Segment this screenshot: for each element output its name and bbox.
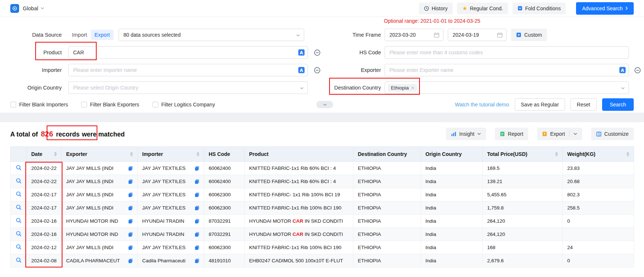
copy-icon[interactable] (128, 166, 133, 171)
translate-icon[interactable]: A (298, 67, 305, 74)
customize-button[interactable]: Customize (591, 128, 634, 140)
copy-icon[interactable] (195, 258, 199, 263)
table-header-row: Date Exporter Importer HS Code Product D… (11, 147, 634, 162)
chevron-right-icon (625, 6, 628, 10)
col-header-exporter[interactable]: Exporter (62, 147, 138, 162)
magnifier-icon[interactable] (16, 165, 22, 171)
import-toggle[interactable]: Import (68, 30, 91, 40)
chevron-down-icon[interactable] (573, 133, 577, 135)
time-frame-start-input[interactable]: 2023-03-20 (385, 29, 443, 41)
data-source-select[interactable]: 80 data sources selected (119, 29, 304, 41)
row-detail-cell (11, 175, 27, 188)
destination-country-select[interactable]: Ethiopia × (385, 81, 629, 94)
export-button[interactable]: Export (537, 128, 582, 140)
customize-label: Customize (604, 131, 629, 137)
sort-icons[interactable] (555, 152, 558, 156)
tag-close-icon[interactable]: × (411, 85, 414, 91)
filter-logistics-company-checkbox[interactable] (152, 102, 158, 107)
search-button[interactable]: Search (602, 98, 634, 111)
filter-blank-importers-checkbox[interactable] (10, 102, 16, 107)
sort-icons[interactable] (54, 152, 57, 156)
total-price-cell: 264,120 (483, 215, 563, 228)
fold-conditions-button[interactable]: Fold Conditions (512, 3, 566, 14)
magnifier-icon[interactable] (16, 191, 22, 197)
chevron-down-icon[interactable] (40, 7, 44, 10)
destination-country-label: Destination Country (323, 85, 381, 91)
region-selector-label[interactable]: Global (23, 6, 38, 11)
product-input[interactable] (68, 46, 308, 59)
filter-logistics-company[interactable]: Filter Logitics Company (152, 102, 215, 107)
custom-range-button[interactable]: Custom (511, 29, 547, 41)
exclude-circle-icon[interactable] (314, 49, 321, 56)
sort-icons[interactable] (626, 152, 629, 156)
translate-icon[interactable]: A (619, 67, 626, 74)
exporter-label: Exporter (323, 67, 381, 73)
copy-icon[interactable] (128, 245, 133, 250)
copy-icon[interactable] (195, 245, 199, 250)
time-frame-end-input[interactable]: 2024-03-19 (448, 29, 507, 41)
product-cell: KNITTED FABRIC-1x1 Rib 60% BCI : 4 (245, 162, 353, 175)
magnifier-icon[interactable] (16, 231, 22, 237)
regular-cond-button[interactable]: ★ Regular Cond. (457, 3, 508, 14)
section-divider (0, 113, 644, 122)
magnifier-icon[interactable] (16, 178, 22, 184)
copy-icon[interactable] (128, 179, 133, 184)
exclude-circle-icon[interactable] (634, 67, 641, 74)
exporter-input[interactable] (385, 64, 629, 76)
sort-icons[interactable] (130, 152, 133, 156)
filter-blank-exporters[interactable]: Filter Blank Exporters (81, 102, 139, 107)
copy-icon[interactable] (195, 232, 199, 237)
row-detail-cell (11, 228, 27, 241)
weight-cell: 0 (563, 215, 634, 228)
filter-blank-exporters-checkbox[interactable] (81, 102, 87, 107)
advanced-search-button[interactable]: Advanced Search (576, 2, 634, 15)
exporter-cell: JAY JAY MILLS (INDI (62, 175, 138, 188)
col-header-weight[interactable]: Weight(KG) (563, 147, 634, 162)
origin-country-select[interactable]: Please select Origin Country (68, 81, 308, 94)
expand-conditions-toggle[interactable] (316, 101, 333, 108)
col-header-importer[interactable]: Importer (138, 147, 204, 162)
copy-icon[interactable] (195, 166, 199, 171)
export-toggle[interactable]: Export (91, 30, 114, 40)
magnifier-icon[interactable] (16, 204, 22, 210)
table-row: 2024-02-22 JAY JAY MILLS (INDI JAY JAY T… (11, 175, 634, 188)
copy-icon[interactable] (128, 219, 133, 224)
origin-country-cell: India (421, 201, 483, 215)
hs-code-input[interactable] (385, 46, 629, 59)
copy-icon[interactable] (128, 205, 133, 211)
copy-icon[interactable] (195, 205, 199, 211)
filter-blank-importers[interactable]: Filter Blank Importers (10, 102, 68, 107)
save-as-regular-button[interactable]: Save as Regular (515, 98, 565, 111)
exclude-circle-icon[interactable] (314, 67, 321, 74)
hs-code-cell: 60062400 (204, 162, 245, 175)
copy-icon[interactable] (195, 179, 199, 184)
magnifier-icon[interactable] (16, 257, 22, 263)
date-cell: 2024-02-16 (27, 215, 62, 228)
table-row: 2024-02-22 JAY JAY MILLS (INDI JAY JAY T… (11, 162, 634, 175)
destination-country-cell: ETHIOPIA (353, 241, 421, 254)
magnifier-icon[interactable] (16, 218, 22, 223)
copy-icon[interactable] (128, 232, 133, 237)
copy-icon[interactable] (128, 192, 133, 197)
total-price-cell: 169.5 (483, 162, 563, 175)
translate-icon[interactable]: A (298, 49, 305, 56)
copy-icon[interactable] (128, 258, 133, 263)
copy-icon[interactable] (195, 219, 199, 224)
insight-button[interactable]: Insight (446, 128, 486, 140)
magnifier-icon[interactable] (16, 244, 22, 250)
copy-icon[interactable] (195, 192, 199, 197)
date-cell: 2024-02-16 (27, 228, 62, 241)
sort-icons[interactable] (197, 152, 199, 156)
destination-country-tag: Ethiopia × (388, 84, 417, 92)
history-button[interactable]: History (419, 3, 453, 14)
importer-input[interactable] (68, 64, 308, 76)
tutorial-link[interactable]: Watch the tutorial demo (455, 102, 509, 107)
col-header-total-price[interactable]: Total Price(USD) (483, 147, 563, 162)
product-cell: EHB0247 CADIMOL 500 100x10T E-FLUT (245, 254, 353, 267)
reset-button[interactable]: Reset (571, 98, 597, 111)
table-row: 2024-02-17 JAY JAY MILLS (INDI JAY JAY T… (11, 201, 634, 215)
col-header-destination-country: Destination Country (353, 147, 421, 162)
report-button[interactable]: Report (495, 128, 528, 140)
table-row: 2024-02-12 JAY JAY MILLS (INDI JAY JAY T… (11, 241, 634, 254)
col-header-date[interactable]: Date (27, 147, 62, 162)
